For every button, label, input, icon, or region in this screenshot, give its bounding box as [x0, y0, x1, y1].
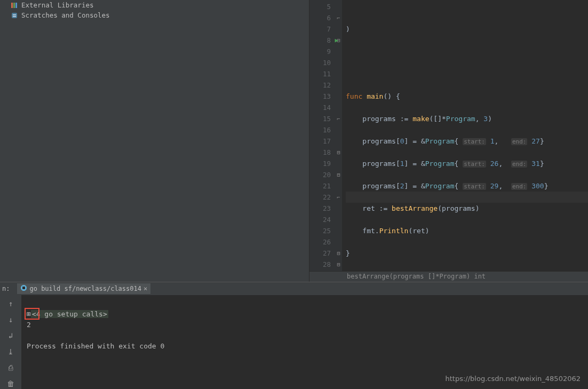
program-output: 2: [27, 321, 31, 329]
run-tab-bar: n: go build sf/newclass/class014 ×: [0, 282, 588, 295]
breadcrumb: bestArrange(programs []*Program) int: [309, 271, 588, 282]
tree-item-label: External Libraries: [21, 1, 93, 9]
svg-rect-5: [13, 16, 16, 17]
print-icon[interactable]: ⎙: [4, 362, 17, 373]
breadcrumb-text: bestArrange(programs []*Program) int: [347, 273, 486, 280]
tree-item-label: Scratches and Consoles: [21, 11, 110, 19]
external-libraries-icon: [11, 2, 18, 9]
clear-all-icon[interactable]: 🗑: [4, 378, 17, 389]
line-number-gutter: 5 6 7 8▶ 9 10 11 12 13 14 15 16 17 18 19…: [309, 0, 335, 271]
soft-wrap-icon[interactable]: ↲: [4, 330, 17, 341]
code-editor: 5 6 7 8▶ 9 10 11 12 13 14 15 16 17 18 19…: [309, 0, 588, 282]
run-tool-window: n: go build sf/newclass/class014 × ↑ ↓ ↲…: [0, 282, 588, 389]
scroll-to-end-icon[interactable]: ⤓: [4, 346, 17, 357]
run-panel-label: n:: [2, 285, 10, 292]
run-configuration-tab[interactable]: go build sf/newclass/class014 ×: [17, 283, 150, 294]
tree-external-libraries[interactable]: External Libraries: [0, 0, 309, 10]
tree-scratches[interactable]: Scratches and Consoles: [0, 10, 309, 20]
exit-message: Process finished with exit code 0: [27, 342, 164, 350]
run-toolbar: ↑ ↓ ↲ ⤓ ⎙ 🗑: [0, 295, 21, 389]
svg-rect-1: [13, 3, 15, 8]
run-gutter-icon[interactable]: ▶: [335, 35, 338, 46]
go-build-icon: [20, 284, 27, 293]
svg-rect-4: [13, 14, 16, 15]
svg-rect-0: [11, 3, 13, 8]
up-stack-icon[interactable]: ↑: [4, 298, 17, 309]
project-tree: External Libraries Scratches and Console…: [0, 0, 309, 282]
svg-rect-2: [15, 3, 17, 8]
scratches-icon: [11, 12, 18, 19]
svg-rect-3: [12, 13, 17, 18]
close-icon[interactable]: ×: [144, 285, 147, 292]
down-stack-icon[interactable]: ↓: [4, 314, 17, 325]
setup-calls-fold[interactable]: <4 go setup calls>: [31, 310, 108, 318]
fold-toggle-icon[interactable]: ⊞: [27, 310, 31, 318]
watermark-text: https://blog.csdn.net/weixin_48502062: [445, 375, 581, 383]
code-text-area[interactable]: ) func main() { programs := make([]*Prog…: [343, 0, 588, 271]
run-tab-label: go build sf/newclass/class014: [29, 285, 141, 292]
